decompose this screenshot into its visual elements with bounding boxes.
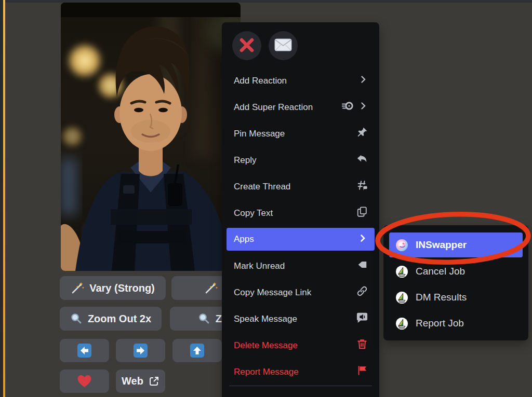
menu-divider <box>229 386 372 386</box>
menu-item-delete-message[interactable]: Delete Message <box>222 332 379 359</box>
reply-arrow-icon <box>356 153 368 167</box>
quick-reactions <box>232 31 298 60</box>
submenu-item-cancel-job[interactable]: Cancel Job <box>389 258 523 284</box>
menu-item-label: Apps <box>234 234 254 244</box>
menu-item-apps[interactable]: Apps <box>227 228 375 251</box>
copy-pages-icon <box>356 206 368 220</box>
menu-item-label: Add Reaction <box>234 76 287 86</box>
external-link-icon <box>149 376 159 387</box>
speaker-bubble-icon <box>356 312 368 326</box>
super-reaction-icon <box>342 101 354 114</box>
pin-icon <box>356 127 368 141</box>
chain-link-icon <box>356 285 368 299</box>
web-button[interactable]: Web <box>116 369 165 393</box>
submenu-item-label: INSwapper <box>416 239 467 251</box>
submenu-item-inswapper[interactable]: INSwapper <box>389 232 523 257</box>
discord-app-window: Vary (Strong) Vary Zoom Out 2x Zoom <box>0 0 532 397</box>
menu-item-label: Report Message <box>234 367 299 377</box>
menu-list: Add Reaction Add Super Reaction Pin Mess… <box>222 67 379 385</box>
menu-item-mark-unread[interactable]: Mark Unread <box>222 253 379 279</box>
pan-right-button[interactable] <box>116 339 165 362</box>
submenu-item-label: Cancel Job <box>416 266 465 277</box>
zoom-out-2x-button[interactable]: Zoom Out 2x <box>60 307 162 331</box>
vary-strong-button[interactable]: Vary (Strong) <box>60 276 166 300</box>
midjourney-boat-avatar-icon <box>395 317 408 330</box>
menu-item-reply[interactable]: Reply <box>222 147 379 173</box>
menu-item-label: Delete Message <box>234 340 298 351</box>
menu-item-label: Mark Unread <box>234 261 285 271</box>
red-heart-icon <box>77 375 91 388</box>
menu-item-speak-message[interactable]: Speak Message <box>222 306 379 332</box>
menu-item-label: Pin Message <box>234 129 285 139</box>
magic-wand-icon <box>71 281 84 295</box>
submenu-item-label: Report Job <box>416 318 464 329</box>
blue-arrow-right-icon <box>134 344 148 358</box>
submenu-item-report-job[interactable]: Report Job <box>389 310 523 336</box>
menu-item-label: Create Thread <box>234 182 290 192</box>
chevron-right-icon <box>358 75 368 87</box>
menu-item-add-reaction[interactable]: Add Reaction <box>222 67 379 94</box>
submenu-item-label: DM Results <box>416 292 467 303</box>
favorite-heart-button[interactable] <box>60 369 109 393</box>
pan-up-button[interactable] <box>172 339 222 362</box>
apps-submenu: INSwapper Cancel Job <box>383 225 528 340</box>
magnifier-icon <box>70 312 83 325</box>
envelope-icon <box>274 38 292 53</box>
pan-left-button[interactable] <box>60 339 109 362</box>
cross-mark-red-icon <box>238 36 256 56</box>
menu-item-copy-text[interactable]: Copy Text <box>222 200 379 226</box>
trash-can-icon <box>356 338 368 352</box>
chevron-right-icon <box>358 101 368 113</box>
blue-arrow-left-icon <box>77 344 91 358</box>
report-flag-icon <box>356 365 368 379</box>
menu-item-pin-message[interactable]: Pin Message <box>222 120 379 147</box>
menu-item-create-thread[interactable]: Create Thread <box>222 173 379 200</box>
menu-item-label: Copy Message Link <box>234 288 311 298</box>
menu-item-report-message[interactable]: Report Message <box>222 359 379 385</box>
menu-item-label: Speak Message <box>234 314 297 324</box>
inswapper-avatar-icon <box>395 239 408 252</box>
vary-strong-label: Vary (Strong) <box>89 282 155 294</box>
magic-wand-icon <box>204 281 218 295</box>
thread-hash-icon <box>356 180 368 194</box>
web-label: Web <box>122 375 143 387</box>
midjourney-boat-avatar-icon <box>395 265 408 278</box>
menu-item-label: Add Super Reaction <box>234 102 313 113</box>
reply-accent-line <box>3 0 5 397</box>
blue-arrow-up-icon <box>190 344 204 358</box>
menu-item-copy-message-link[interactable]: Copy Message Link <box>222 279 379 306</box>
generated-image[interactable] <box>61 3 241 271</box>
menu-item-add-super-reaction[interactable]: Add Super Reaction <box>222 94 379 120</box>
mark-unread-icon <box>356 259 368 273</box>
chevron-right-icon <box>358 234 367 245</box>
magnifier-icon <box>198 312 210 325</box>
submenu-item-dm-results[interactable]: DM Results <box>389 284 523 310</box>
quick-reaction-envelope-button[interactable] <box>269 31 298 60</box>
midjourney-boat-avatar-icon <box>395 291 408 304</box>
quick-reaction-x-button[interactable] <box>232 31 261 60</box>
message-context-menu: Add Reaction Add Super Reaction Pin Mess… <box>222 22 379 397</box>
zoom-out-2x-label: Zoom Out 2x <box>88 313 151 325</box>
menu-item-label: Reply <box>234 155 256 166</box>
menu-item-label: Copy Text <box>234 208 273 218</box>
